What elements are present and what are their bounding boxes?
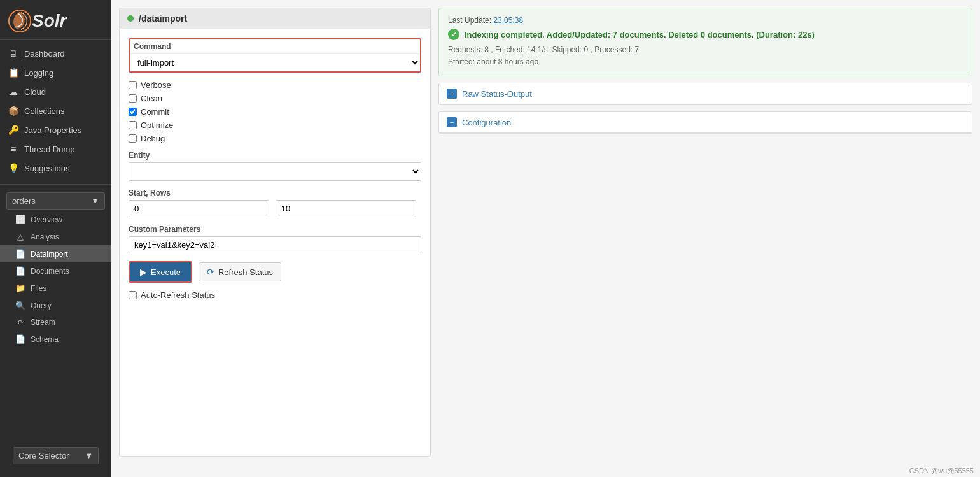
sidebar: Solr 🖥 Dashboard 📋 Logging ☁ Cloud 📦 Col… [0, 0, 111, 477]
sidebar-item-cloud[interactable]: ☁ Cloud [0, 82, 111, 101]
verbose-checkbox-item[interactable]: Verbose [129, 80, 421, 90]
start-input[interactable]: 0 [129, 200, 269, 217]
optimize-checkbox[interactable] [129, 121, 137, 129]
success-message: Indexing completed. Added/Updated: 7 doc… [465, 30, 815, 39]
commit-label: Commit [141, 107, 169, 117]
debug-checkbox-item[interactable]: Debug [129, 134, 421, 143]
success-message-row: ✓ Indexing completed. Added/Updated: 7 d… [448, 29, 963, 40]
configuration-label: Configuration [462, 118, 511, 127]
green-status-dot [127, 15, 134, 22]
entity-select[interactable] [129, 162, 421, 181]
raw-status-header[interactable]: − Raw Status-Output [439, 83, 972, 104]
clean-label: Clean [141, 94, 162, 103]
dashboard-icon: 🖥 [8, 48, 19, 59]
optimize-checkbox-item[interactable]: Optimize [129, 120, 421, 130]
refresh-status-label: Refresh Status [218, 267, 273, 277]
sidebar-item-label: Dashboard [24, 49, 65, 59]
sidebar-item-label: Suggestions [24, 164, 70, 173]
commit-checkbox[interactable] [129, 108, 137, 116]
command-select[interactable]: full-import delta-import status reload-c… [130, 53, 420, 71]
collections-icon: 📦 [8, 106, 19, 116]
sub-nav-analysis[interactable]: △ Analysis [0, 228, 111, 245]
sidebar-item-label: Collections [24, 106, 65, 116]
execute-icon: ▶ [140, 267, 147, 277]
sub-nav-files[interactable]: 📁 Files [0, 280, 111, 297]
files-icon: 📁 [15, 283, 25, 293]
orders-label: orders [12, 196, 36, 206]
last-update-label: Last Update: [448, 16, 491, 25]
requests-detail: Requests: 8 , Fetched: 14 1/s, Skipped: … [448, 44, 963, 56]
rows-input[interactable]: 10 [276, 200, 416, 217]
raw-status-label: Raw Status-Output [462, 89, 532, 99]
sidebar-item-label: Thread Dump [24, 145, 74, 154]
thread-icon: ≡ [8, 144, 19, 154]
core-selector-dropdown[interactable]: Core Selector ▼ [13, 447, 99, 464]
sub-nav: ⬜ Overview △ Analysis 📄 Dataimport 📄 Doc… [0, 211, 111, 348]
panel-body: Command full-import delta-import status … [120, 29, 430, 309]
execute-label: Execute [151, 267, 181, 277]
button-row: ▶ Execute ⟳ Refresh Status [129, 261, 421, 283]
chevron-down-icon: ▼ [91, 196, 99, 206]
schema-icon: 📄 [15, 334, 25, 344]
check-icon: ✓ [448, 29, 459, 40]
verbose-label: Verbose [141, 80, 171, 90]
clean-checkbox-item[interactable]: Clean [129, 94, 421, 103]
start-rows-row: 0 10 [129, 200, 421, 217]
sub-nav-query[interactable]: 🔍 Query [0, 297, 111, 314]
raw-status-section: − Raw Status-Output [438, 83, 972, 105]
panel-header: /dataimport [120, 8, 430, 29]
logging-icon: 📋 [8, 68, 19, 78]
last-update-time[interactable]: 23:05:38 [493, 16, 523, 25]
refresh-icon: ⟳ [207, 267, 214, 277]
sidebar-item-thread-dump[interactable]: ≡ Thread Dump [0, 139, 111, 159]
command-label: Command [130, 39, 420, 51]
core-selector-chevron-icon: ▼ [85, 451, 93, 460]
start-rows-label: Start, Rows [129, 189, 421, 197]
verbose-checkbox[interactable] [129, 81, 137, 89]
watermark-text: CSDN @wu@55555 [909, 467, 974, 474]
sidebar-item-dashboard[interactable]: 🖥 Dashboard [0, 44, 111, 63]
sidebar-item-collections[interactable]: 📦 Collections [0, 101, 111, 120]
documents-icon: 📄 [15, 266, 25, 276]
sidebar-item-label: Java Properties [24, 125, 81, 135]
top-nav: 🖥 Dashboard 📋 Logging ☁ Cloud 📦 Collecti… [0, 40, 111, 182]
solr-logo-icon [8, 9, 32, 33]
debug-checkbox[interactable] [129, 134, 137, 143]
collapse-config-icon: − [447, 117, 457, 127]
auto-refresh-row: Auto-Refresh Status [129, 290, 421, 300]
query-icon: 🔍 [15, 301, 25, 310]
java-icon: 🔑 [8, 125, 19, 135]
solr-text: Solr [32, 11, 66, 31]
stream-icon: ⟳ [15, 318, 25, 327]
sidebar-item-suggestions[interactable]: 💡 Suggestions [0, 159, 111, 178]
execute-button[interactable]: ▶ Execute [129, 261, 192, 283]
started-detail: Started: about 8 hours ago [448, 56, 963, 68]
entity-group: Entity [129, 151, 421, 181]
sub-nav-documents[interactable]: 📄 Documents [0, 262, 111, 280]
sub-nav-overview[interactable]: ⬜ Overview [0, 211, 111, 228]
suggestions-icon: 💡 [8, 163, 19, 173]
right-panel: Last Update: 23:05:38 ✓ Indexing complet… [438, 8, 972, 457]
command-group: Command full-import delta-import status … [129, 38, 421, 73]
sidebar-divider [0, 184, 111, 185]
commit-checkbox-item[interactable]: Commit [129, 107, 421, 117]
overview-icon: ⬜ [15, 215, 25, 224]
sidebar-item-logging[interactable]: 📋 Logging [0, 63, 111, 82]
custom-params-input[interactable]: key1=val1&key2=val2 [129, 236, 421, 253]
content-area: /dataimport Command full-import delta-im… [111, 0, 980, 464]
configuration-header[interactable]: − Configuration [439, 112, 972, 133]
refresh-status-button[interactable]: ⟳ Refresh Status [199, 262, 281, 281]
last-update-row: Last Update: 23:05:38 [448, 16, 963, 25]
clean-checkbox[interactable] [129, 94, 137, 103]
custom-params-label: Custom Parameters [129, 225, 421, 234]
auto-refresh-checkbox[interactable] [129, 291, 137, 299]
dataimport-icon: 📄 [15, 249, 25, 259]
entity-label: Entity [129, 151, 421, 160]
panel-title: /dataimport [139, 13, 187, 24]
orders-dropdown[interactable]: orders ▼ [6, 192, 105, 210]
sidebar-item-java-properties[interactable]: 🔑 Java Properties [0, 120, 111, 139]
sub-nav-dataimport[interactable]: 📄 Dataimport [0, 245, 111, 262]
sub-nav-schema[interactable]: 📄 Schema [0, 331, 111, 348]
logo-area: Solr [0, 0, 111, 40]
sub-nav-stream[interactable]: ⟳ Stream [0, 314, 111, 331]
